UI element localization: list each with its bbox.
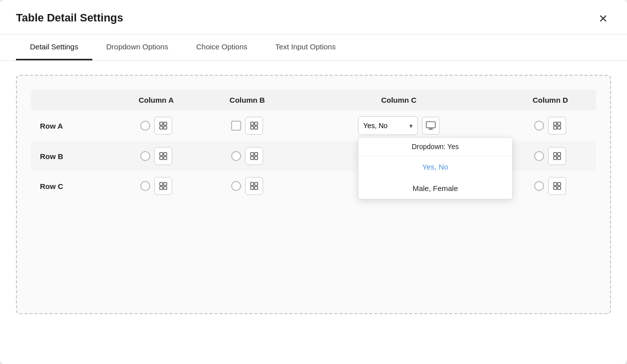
svg-rect-33 (554, 182, 557, 185)
svg-rect-24 (558, 157, 561, 160)
svg-rect-29 (251, 182, 254, 185)
svg-rect-17 (251, 153, 254, 156)
cell-c-b (202, 171, 293, 201)
cell-c-a (111, 171, 202, 201)
row-b-label: Row B (31, 141, 111, 171)
svg-rect-21 (554, 153, 557, 156)
svg-rect-1 (164, 122, 167, 125)
grid-icon-b-a[interactable] (154, 147, 172, 165)
grid-icon-b-d[interactable] (548, 147, 566, 165)
grid-icon-c-a[interactable] (154, 177, 172, 195)
svg-rect-2 (160, 126, 163, 129)
svg-rect-11 (554, 126, 557, 129)
svg-rect-19 (251, 157, 254, 160)
radio-btn-c-d[interactable] (534, 181, 544, 191)
modal-container: Table Detail Settings ✕ Detail Settings … (0, 0, 627, 364)
radio-btn-b-d[interactable] (534, 151, 544, 161)
svg-rect-14 (164, 153, 167, 156)
svg-rect-15 (160, 157, 163, 160)
grid-icon-a-d[interactable] (548, 117, 566, 135)
tab-dropdown-options[interactable]: Dropdown Options (92, 34, 182, 60)
svg-rect-18 (255, 153, 258, 156)
dropdown-select-a-c[interactable]: Yes, No Male, Female (358, 116, 418, 135)
svg-rect-32 (255, 186, 258, 189)
svg-rect-25 (160, 182, 163, 185)
monitor-icon-a-c[interactable] (422, 117, 440, 135)
svg-rect-13 (160, 153, 163, 156)
cell-a-d (505, 110, 596, 141)
radio-btn-c-b[interactable] (231, 181, 241, 191)
svg-rect-7 (255, 126, 258, 129)
col-header-b: Column B (202, 90, 293, 110)
svg-rect-35 (554, 186, 557, 189)
svg-rect-4 (251, 122, 254, 125)
svg-rect-8 (426, 122, 435, 128)
grid-icon-b-b[interactable] (245, 147, 263, 165)
row-a-label: Row A (31, 110, 111, 141)
col-header-c: Column C (293, 90, 505, 110)
settings-table: Column A Column B Column C Column D Row … (31, 90, 596, 201)
svg-rect-10 (558, 122, 561, 125)
svg-rect-30 (255, 182, 258, 185)
svg-rect-0 (160, 122, 163, 125)
radio-btn-a-d[interactable] (534, 121, 544, 131)
svg-rect-31 (251, 186, 254, 189)
radio-btn-b-a[interactable] (140, 151, 150, 161)
cell-a-b (202, 110, 293, 141)
modal-body: Column A Column B Column C Column D Row … (0, 61, 627, 364)
grid-icon-a-b[interactable] (245, 117, 263, 135)
col-header-row (31, 90, 111, 110)
table-row: Row A (31, 110, 596, 141)
cell-a-a (111, 110, 202, 141)
tabs-bar: Detail Settings Dropdown Options Choice … (0, 34, 627, 60)
col-header-d: Column D (505, 90, 596, 110)
dropdown-popup-header: Dropdown: Yes (358, 138, 512, 156)
svg-rect-3 (164, 126, 167, 129)
svg-rect-22 (558, 153, 561, 156)
close-icon: ✕ (599, 12, 608, 25)
dashed-content-area: Column A Column B Column C Column D Row … (16, 75, 611, 314)
radio-btn-a-a[interactable] (140, 121, 150, 131)
cell-b-a (111, 141, 202, 171)
grid-icon-a-a[interactable] (154, 117, 172, 135)
dropdown-option-yes-no[interactable]: Yes, No (358, 156, 512, 178)
svg-rect-20 (255, 157, 258, 160)
dropdown-wrapper-a-c: Yes, No Male, Female (358, 116, 418, 135)
svg-rect-16 (164, 157, 167, 160)
svg-rect-6 (251, 126, 254, 129)
dropdown-popup-container: Yes, No Male, Female (358, 116, 440, 135)
dropdown-option-male-female[interactable]: Male, Female (358, 178, 512, 199)
cell-b-b (202, 141, 293, 171)
grid-icon-c-b[interactable] (245, 177, 263, 195)
svg-rect-9 (554, 122, 557, 125)
close-button[interactable]: ✕ (595, 11, 611, 27)
cell-b-d (505, 141, 596, 171)
svg-rect-26 (164, 182, 167, 185)
svg-rect-28 (164, 186, 167, 189)
svg-rect-23 (554, 157, 557, 160)
svg-rect-27 (160, 186, 163, 189)
checkbox-btn-a-b[interactable] (231, 121, 241, 131)
row-c-label: Row C (31, 171, 111, 201)
svg-rect-12 (558, 126, 561, 129)
tab-choice-options[interactable]: Choice Options (182, 34, 262, 60)
modal-header: Table Detail Settings ✕ (0, 0, 627, 34)
modal-title: Table Detail Settings (16, 11, 123, 33)
svg-rect-34 (558, 182, 561, 185)
tab-text-input-options[interactable]: Text Input Options (262, 34, 350, 60)
col-header-a: Column A (111, 90, 202, 110)
dropdown-popup: Dropdown: Yes Yes, No Male, Female (358, 137, 513, 199)
svg-rect-5 (255, 122, 258, 125)
radio-btn-b-b[interactable] (231, 151, 241, 161)
tab-detail-settings[interactable]: Detail Settings (16, 34, 92, 60)
cell-a-c: Yes, No Male, Female (293, 110, 505, 141)
grid-icon-c-d[interactable] (548, 177, 566, 195)
radio-btn-c-a[interactable] (140, 181, 150, 191)
svg-rect-36 (558, 186, 561, 189)
cell-c-d (505, 171, 596, 201)
